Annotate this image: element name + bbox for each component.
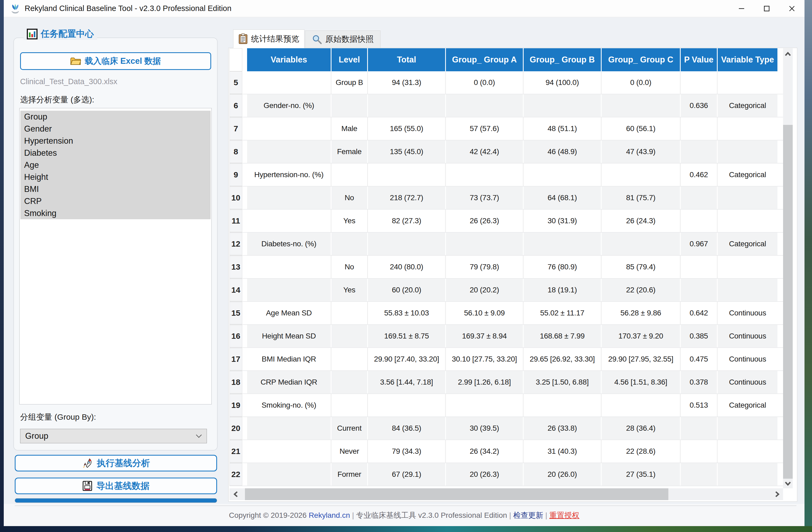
table-row[interactable]: 18CRP Median IQR3.56 [1.44, 7.18]2.99 [1… bbox=[229, 371, 783, 394]
tab-stats-preview[interactable]: 统计结果预览 bbox=[233, 29, 304, 48]
cell-group-group-c: 170.37 ± 9.20 bbox=[601, 325, 681, 347]
cell-level bbox=[332, 163, 368, 186]
floppy-disk-icon bbox=[83, 481, 92, 491]
table-row[interactable]: 21Never79 (34.3)26 (34.2)31 (40.3)22 (28… bbox=[229, 440, 783, 463]
cell-total: 135 (45.0) bbox=[368, 141, 446, 163]
tab-raw-data-snapshot[interactable]: 原始数据快照 bbox=[305, 31, 380, 48]
cell-group-group-c: 22 (20.6) bbox=[601, 279, 681, 301]
cell-variable-type bbox=[718, 71, 778, 94]
cell-variables bbox=[247, 256, 332, 278]
table-row[interactable]: 16Height Mean SD169.51 ± 8.75169.37 ± 8.… bbox=[229, 325, 783, 348]
cell-level: Group B bbox=[332, 71, 368, 94]
minimize-button[interactable] bbox=[729, 0, 754, 17]
list-item-group[interactable]: Group bbox=[20, 111, 211, 123]
cell-level: Male bbox=[332, 117, 368, 140]
cell-group-group-a bbox=[446, 394, 524, 416]
cell-variables bbox=[247, 141, 332, 163]
table-row[interactable]: 15Age Mean SD55.83 ± 10.0356.10 ± 9.0955… bbox=[229, 302, 783, 325]
close-button[interactable] bbox=[779, 0, 804, 17]
column-header-7: P Value bbox=[681, 48, 718, 71]
cell-variable-type: Categorical bbox=[718, 233, 778, 255]
list-item-crp[interactable]: CRP bbox=[20, 195, 211, 207]
table-row[interactable]: 19Smoking-no. (%)0.513Categorical bbox=[229, 394, 783, 417]
footer-separator: | bbox=[509, 511, 511, 519]
list-item-diabetes[interactable]: Diabetes bbox=[20, 147, 211, 159]
cell-group-group-a: 20 (20.2) bbox=[446, 279, 524, 301]
check-update-link[interactable]: 检查更新 bbox=[513, 511, 543, 519]
cell-group-group-a: 20 (26.3) bbox=[446, 463, 524, 486]
column-header-2: Level bbox=[332, 48, 368, 71]
list-item-age[interactable]: Age bbox=[20, 159, 211, 171]
cell-total: 29.90 [27.40, 33.20] bbox=[368, 348, 446, 370]
vertical-scrollbar-thumb[interactable] bbox=[783, 125, 793, 479]
row-cells: CRP Median IQR3.56 [1.44, 7.18]2.99 [1.2… bbox=[247, 371, 778, 393]
column-header-6: Group_ Group C bbox=[601, 48, 681, 71]
cell-variables bbox=[247, 187, 332, 209]
cell-group-group-c: 56.28 ± 9.86 bbox=[601, 302, 681, 324]
scroll-down-arrow-icon[interactable] bbox=[784, 480, 792, 487]
table-row[interactable]: 10No218 (72.7)73 (73.7)64 (68.1)81 (75.7… bbox=[229, 187, 783, 210]
row-number: 10 bbox=[229, 187, 242, 209]
cell-group-group-b bbox=[524, 394, 601, 416]
cell-level: Female bbox=[332, 141, 368, 163]
cell-total: 94 (31.3) bbox=[368, 71, 446, 94]
cell-level bbox=[332, 302, 368, 324]
cell-group-group-a: 26 (34.2) bbox=[446, 440, 524, 463]
variables-select-label: 选择分析变量 (多选): bbox=[20, 94, 94, 105]
table-row[interactable]: 9Hypertension-no. (%)0.462Categorical bbox=[229, 163, 783, 187]
task-config-legend: 任务配置中心 bbox=[24, 28, 97, 40]
cell-p-value: 0.385 bbox=[681, 325, 718, 347]
cell-variable-type: Categorical bbox=[718, 94, 778, 117]
list-item-smoking[interactable]: Smoking bbox=[20, 207, 211, 219]
scroll-right-arrow-icon[interactable] bbox=[773, 490, 781, 498]
table-row[interactable]: 22Former67 (29.1)20 (26.3)20 (26.0)27 (3… bbox=[229, 463, 783, 486]
cell-p-value bbox=[681, 279, 718, 301]
table-row[interactable]: 14Yes60 (20.0)20 (20.2)18 (19.1)22 (20.6… bbox=[229, 279, 783, 302]
cell-p-value: 0.967 bbox=[681, 233, 718, 255]
horizontal-scrollbar-thumb[interactable] bbox=[245, 488, 668, 500]
table-row[interactable]: 7Male165 (55.0)57 (57.6)48 (51.1)60 (56.… bbox=[229, 117, 783, 141]
variables-listbox[interactable]: GroupGenderHypertensionDiabetesAgeHeight… bbox=[19, 108, 212, 404]
maximize-button[interactable] bbox=[754, 0, 779, 17]
cell-variables: CRP Median IQR bbox=[247, 371, 332, 393]
table-row[interactable]: 8Female135 (45.0)42 (42.4)46 (48.9)47 (4… bbox=[229, 141, 783, 163]
table-row[interactable]: 5Group B94 (31.3)0 (0.0)94 (100.0)0 (0.0… bbox=[229, 71, 783, 94]
run-analysis-label: 执行基线分析 bbox=[97, 457, 150, 469]
row-cells: Age Mean SD55.83 ± 10.0356.10 ± 9.0955.0… bbox=[247, 302, 778, 324]
cell-variables bbox=[247, 417, 332, 440]
table-row[interactable]: 6Gender-no. (%)0.636Categorical bbox=[229, 94, 783, 117]
table-row[interactable]: 13No240 (80.0)79 (79.8)76 (80.9)85 (79.4… bbox=[229, 256, 783, 279]
cell-group-group-b: 46 (48.9) bbox=[524, 141, 601, 163]
list-item-gender[interactable]: Gender bbox=[20, 123, 211, 135]
run-analysis-button[interactable]: 执行基线分析 bbox=[15, 455, 217, 472]
table-row[interactable]: 11Yes82 (27.3)26 (26.3)30 (31.9)26 (24.3… bbox=[229, 210, 783, 233]
export-data-button[interactable]: 导出基线数据 bbox=[15, 478, 217, 494]
row-number: 6 bbox=[229, 94, 242, 117]
scroll-up-arrow-icon[interactable] bbox=[784, 51, 792, 58]
table-row[interactable]: 17BMI Median IQR29.90 [27.40, 33.20]30.1… bbox=[229, 348, 783, 371]
load-excel-button[interactable]: 载入临床 Excel 数据 bbox=[20, 52, 211, 70]
row-cells: Never79 (34.3)26 (34.2)31 (40.3)22 (28.6… bbox=[247, 440, 778, 463]
groupby-dropdown[interactable]: Group bbox=[20, 429, 207, 443]
list-item-height[interactable]: Height bbox=[20, 171, 211, 183]
cell-total bbox=[368, 163, 446, 186]
table-row[interactable]: 12Diabetes-no. (%)0.967Categorical bbox=[229, 233, 783, 256]
table-row[interactable]: 20Current84 (36.5)30 (39.5)26 (33.8)28 (… bbox=[229, 417, 783, 440]
cell-group-group-b: 29.65 [26.92, 33.30] bbox=[524, 348, 601, 370]
cell-p-value: 0.636 bbox=[681, 94, 718, 117]
row-cells: Yes60 (20.0)20 (20.2)18 (19.1)22 (20.6) bbox=[247, 279, 778, 301]
groupby-selected-value: Group bbox=[25, 431, 48, 441]
cell-p-value bbox=[681, 71, 718, 94]
wallpaper-left-strip bbox=[0, 0, 4, 532]
column-header-1: Variables bbox=[247, 48, 332, 71]
cell-p-value bbox=[681, 210, 718, 232]
list-item-bmi[interactable]: BMI bbox=[20, 183, 211, 195]
cell-variables bbox=[247, 71, 332, 94]
scroll-left-arrow-icon[interactable] bbox=[232, 490, 240, 498]
cell-group-group-c: 0 (0.0) bbox=[601, 71, 681, 94]
reset-license-link[interactable]: 重置授权 bbox=[549, 511, 579, 519]
cell-total: 84 (36.5) bbox=[368, 417, 446, 440]
list-item-hypertension[interactable]: Hypertension bbox=[20, 135, 211, 147]
cell-group-group-a: 2.99 [1.26, 6.18] bbox=[446, 371, 524, 393]
brand-link[interactable]: Rekyland.cn bbox=[309, 511, 350, 519]
